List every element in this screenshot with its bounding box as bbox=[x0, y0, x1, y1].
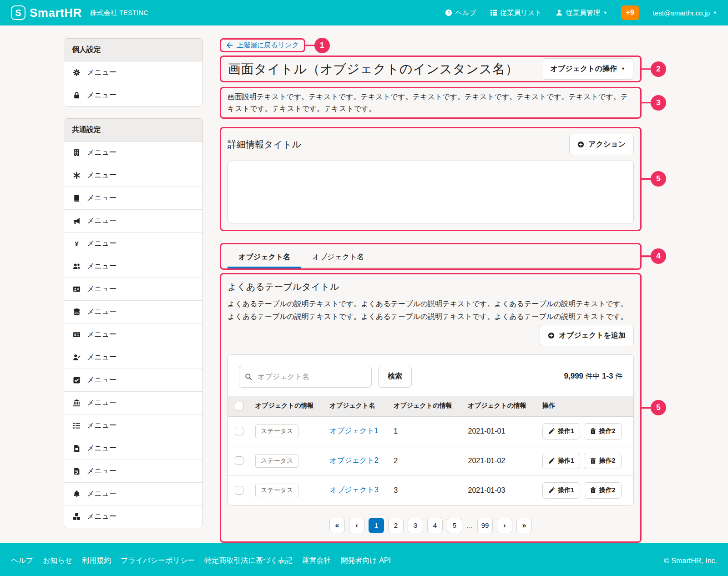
sidebar-item-menu[interactable]: ¥メニュー bbox=[64, 232, 202, 255]
pencil-icon bbox=[548, 428, 555, 435]
account-menu[interactable]: test@smarthr.co.jp ▼ bbox=[653, 9, 717, 17]
tab-object-1[interactable]: オブジェクト名 bbox=[228, 250, 301, 268]
sidebar-item-menu[interactable]: メニュー bbox=[64, 187, 202, 210]
annotation-badge: 1 bbox=[314, 38, 330, 53]
table-row: ステータス オブジェクト2 2 2021-01-02 操作1 操作2 bbox=[228, 446, 633, 475]
detail-section-body bbox=[228, 161, 634, 223]
users-icon bbox=[72, 263, 81, 270]
top-bar: S SmartHR 株式会社 TESTINC ? ヘルプ 従業員リスト 従業員管… bbox=[0, 0, 728, 25]
sidebar-item-label: メニュー bbox=[87, 512, 116, 521]
row-checkbox[interactable] bbox=[235, 427, 243, 435]
database-icon bbox=[72, 308, 81, 316]
object-link[interactable]: オブジェクト2 bbox=[329, 456, 378, 464]
sidebar-item-menu[interactable]: メニュー bbox=[64, 278, 202, 301]
yen-icon: ¥ bbox=[72, 240, 81, 248]
main-content: 上階層に戻るリンク 1 画面タイトル（オブジェクトのインスタンス名） オブジェク… bbox=[220, 38, 642, 543]
asterisk-icon bbox=[72, 172, 81, 179]
row-action2-button[interactable]: 操作2 bbox=[584, 482, 622, 499]
pagination-page-1[interactable]: 1 bbox=[369, 518, 384, 533]
table-section-region: よくあるテーブルタイトル よくあるテーブルの説明テキストです。よくあるテーブルの… bbox=[220, 273, 642, 543]
object-actions-button[interactable]: オブジェクトの操作 ▼ bbox=[542, 58, 633, 80]
status-badge: ステータス bbox=[255, 424, 298, 438]
sidebar-item-label: メニュー bbox=[87, 68, 116, 77]
sidebar-item-menu[interactable]: メニュー bbox=[64, 84, 202, 106]
sidebar-item-menu[interactable]: メニュー bbox=[64, 301, 202, 323]
object-date: 2021-01-03 bbox=[463, 475, 537, 505]
row-action1-button[interactable]: 操作1 bbox=[542, 453, 580, 469]
object-info: 1 bbox=[388, 416, 462, 446]
sidebar-item-menu[interactable]: メニュー bbox=[64, 255, 202, 278]
footer-link[interactable]: 利用規約 bbox=[82, 556, 111, 566]
footer-link[interactable]: 開発者向け API bbox=[340, 556, 391, 566]
annotation-connector bbox=[640, 178, 652, 180]
nav-help[interactable]: ? ヘルプ bbox=[445, 9, 476, 17]
pagination-last-button[interactable]: » bbox=[516, 518, 532, 533]
sidebar-item-menu[interactable]: $メニュー bbox=[64, 323, 202, 346]
row-action1-button[interactable]: 操作1 bbox=[542, 423, 580, 440]
user-check-icon bbox=[72, 354, 81, 361]
notification-badge[interactable]: +9 bbox=[621, 5, 639, 20]
sidebar-item-menu[interactable]: メニュー bbox=[64, 505, 202, 528]
sidebar-item-menu[interactable]: メニュー bbox=[64, 141, 202, 164]
object-link[interactable]: オブジェクト3 bbox=[329, 486, 378, 494]
sidebar-item-menu[interactable]: メニュー bbox=[64, 437, 202, 460]
sidebar-item-menu[interactable]: メニュー bbox=[64, 483, 202, 505]
action-button[interactable]: アクション bbox=[569, 134, 634, 155]
tab-object-2[interactable]: オブジェクト名 bbox=[301, 250, 375, 268]
svg-text:?: ? bbox=[447, 10, 450, 15]
sidebar-group-title: 共通設定 bbox=[64, 119, 202, 141]
row-checkbox[interactable] bbox=[235, 486, 243, 495]
table-row: ステータス オブジェクト3 3 2021-01-03 操作1 操作2 bbox=[228, 475, 633, 505]
footer-link[interactable]: ヘルプ bbox=[11, 556, 33, 566]
nav-employee-admin[interactable]: 従業員管理 ▼ bbox=[556, 9, 607, 17]
footer-link[interactable]: お知らせ bbox=[43, 556, 72, 566]
chevron-down-icon: ▼ bbox=[621, 67, 625, 71]
pagination-page-3[interactable]: 3 bbox=[408, 518, 423, 533]
row-action2-label: 操作2 bbox=[599, 457, 616, 465]
pagination-page-99[interactable]: 99 bbox=[477, 518, 493, 533]
sidebar-item-menu[interactable]: メニュー bbox=[64, 414, 202, 437]
sidebar-item-menu[interactable]: メニュー bbox=[64, 61, 202, 84]
search-button[interactable]: 検索 bbox=[378, 366, 412, 388]
footer-link[interactable]: プライバシーポリシー bbox=[121, 556, 195, 566]
sidebar-item-label: メニュー bbox=[87, 421, 116, 430]
footer-link[interactable]: 運営会社 bbox=[302, 556, 331, 566]
smarthr-logo[interactable]: S SmartHR bbox=[11, 5, 82, 20]
sidebar-item-menu[interactable]: メニュー bbox=[64, 460, 202, 483]
sidebar-item-menu[interactable]: メニュー bbox=[64, 346, 202, 369]
footer-links: ヘルプ お知らせ 利用規約 プライバシーポリシー 特定商取引法に基づく表記 運営… bbox=[11, 556, 391, 566]
back-link[interactable]: 上階層に戻るリンク bbox=[226, 41, 299, 50]
pagination-next-button[interactable]: › bbox=[497, 518, 512, 533]
pencil-icon bbox=[548, 457, 555, 464]
sidebar-item-label: メニュー bbox=[87, 307, 116, 317]
user-icon bbox=[556, 9, 563, 16]
row-action2-button[interactable]: 操作2 bbox=[584, 423, 622, 440]
sidebar-item-menu[interactable]: メニュー bbox=[64, 369, 202, 392]
sidebar-item-menu[interactable]: メニュー bbox=[64, 392, 202, 414]
nav-employee-list[interactable]: 従業員リスト bbox=[490, 9, 542, 17]
pagination-page-4[interactable]: 4 bbox=[427, 518, 443, 533]
search-input[interactable] bbox=[239, 366, 372, 388]
row-checkbox[interactable] bbox=[235, 456, 243, 465]
select-all-checkbox[interactable] bbox=[235, 402, 243, 410]
sidebar-item-menu[interactable]: メニュー bbox=[64, 210, 202, 232]
annotation-badge: 3 bbox=[651, 95, 666, 111]
row-action1-button[interactable]: 操作1 bbox=[542, 482, 580, 499]
annotation-badge: 5 bbox=[651, 400, 666, 415]
add-object-button[interactable]: オブジェクトを追加 bbox=[540, 325, 634, 346]
brand-name: SmartHR bbox=[30, 6, 82, 20]
column-header: オブジェクト名 bbox=[324, 396, 388, 417]
add-object-label: オブジェクトを追加 bbox=[559, 331, 626, 340]
pagination-page-2[interactable]: 2 bbox=[388, 518, 404, 533]
sidebar-item-label: メニュー bbox=[87, 216, 116, 226]
row-action1-label: 操作1 bbox=[558, 486, 574, 495]
row-action2-button[interactable]: 操作2 bbox=[584, 453, 622, 469]
sidebar-item-label: メニュー bbox=[87, 262, 116, 271]
footer-link[interactable]: 特定商取引法に基づく表記 bbox=[204, 556, 292, 566]
pagination-first-button[interactable]: « bbox=[329, 518, 345, 533]
annotation-connector bbox=[640, 68, 652, 70]
pagination-prev-button[interactable]: ‹ bbox=[349, 518, 364, 533]
sidebar-item-menu[interactable]: メニュー bbox=[64, 164, 202, 187]
pagination-page-5[interactable]: 5 bbox=[447, 518, 462, 533]
object-link[interactable]: オブジェクト1 bbox=[329, 427, 378, 435]
